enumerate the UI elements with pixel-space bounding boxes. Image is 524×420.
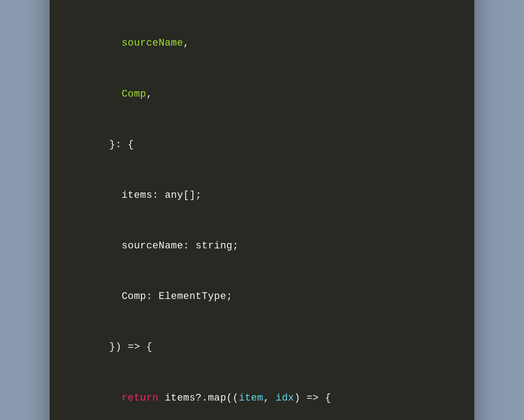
param-comp: Comp [122, 89, 146, 100]
code-window: import React, { ElementType } from "reac… [50, 0, 474, 420]
code-line-8: items: any[]; [72, 170, 452, 221]
code-line-5: sourceName, [72, 18, 452, 69]
code-line-12: return items?.map((item, idx) => { [72, 373, 452, 420]
code-line-4: items, [72, 0, 452, 18]
keyword-return: return [122, 392, 159, 404]
param-item: item [239, 392, 263, 404]
code-line-11: }) => { [72, 322, 452, 373]
code-line-7: }: { [72, 119, 452, 170]
code-block: import React, { ElementType } from "reac… [50, 0, 474, 420]
code-line-10: Comp: ElementType; [72, 271, 452, 322]
param-sourcename: sourceName [122, 37, 183, 49]
code-line-6: Comp, [72, 69, 452, 119]
code-line-9: sourceName: string; [72, 221, 452, 271]
param-idx: idx [276, 392, 294, 404]
